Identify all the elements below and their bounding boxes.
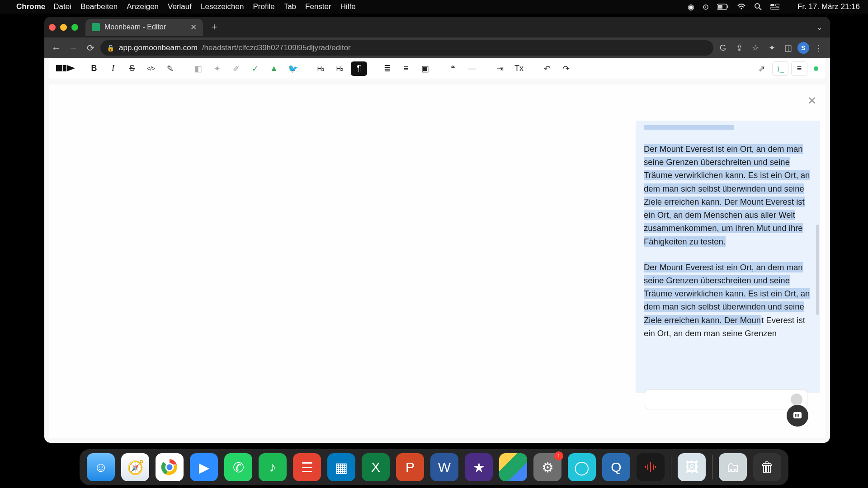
bold-button[interactable]: B [86,61,102,76]
wifi-icon[interactable] [737,3,746,10]
editor-page[interactable]: ✕ Der Mount Everest ist ein Ort, an dem … [49,84,826,438]
redo-button[interactable]: ↷ [558,61,574,76]
menu-hilfe[interactable]: Hilfe [340,2,356,11]
toolbar-menu-button[interactable]: ≡ [791,61,807,76]
window-close-button[interactable] [49,24,56,31]
svg-rect-14 [797,414,797,417]
tab-close-icon[interactable]: ✕ [190,23,197,32]
flame-button[interactable]: ▲ [266,61,282,76]
heading2-button[interactable]: H₂ [332,61,348,76]
indent-button[interactable]: ⇥ [492,61,508,76]
spotlight-icon[interactable] [754,3,762,11]
dock-imovie[interactable]: ★ [465,453,493,481]
dock-word[interactable]: W [430,453,458,481]
menu-lesezeichen[interactable]: Lesezeichen [201,2,244,11]
intercom-chat-button[interactable] [787,405,808,427]
battery-icon[interactable] [717,4,729,10]
ai-button-c[interactable]: ✐ [228,61,244,76]
highlight-button[interactable]: ✎ [162,61,178,76]
side-panel-icon[interactable]: ◫ [781,41,795,55]
panel-scrollbar[interactable] [816,225,819,315]
dock-quicktime[interactable]: Q [602,453,630,481]
nav-forward-button[interactable]: → [66,41,80,55]
panel-divider[interactable] [605,84,605,438]
italic-button[interactable]: I [105,61,121,76]
menu-datei[interactable]: Datei [53,2,71,11]
svg-rect-15 [798,414,799,417]
dock-app-teal[interactable]: ◯ [568,453,596,481]
window-minimize-button[interactable] [60,24,67,31]
ai-button-a[interactable]: ◧ [190,61,206,76]
dock-trello[interactable]: ▦ [327,453,355,481]
strikethrough-button[interactable]: S [124,61,140,76]
code-button[interactable]: </> [143,61,159,76]
generated-paragraph-1[interactable]: Der Mount Everest ist ein Ort, an dem ma… [644,142,817,248]
dock-downloads-folder[interactable]: 🗂 [719,453,747,481]
clear-format-button[interactable]: Tx [511,61,527,76]
dock-separator [712,455,712,479]
new-tab-button[interactable]: + [208,20,221,34]
status-record-icon[interactable]: ◉ [688,2,694,12]
app-name[interactable]: Chrome [16,2,45,11]
terminal-button[interactable]: ⟩_ [772,61,788,76]
blockquote-button[interactable]: ❝ [445,61,461,76]
dock-voice-memos[interactable] [637,453,665,481]
chrome-menu-icon[interactable]: ⋮ [812,41,826,55]
send-button[interactable] [791,394,802,405]
menu-anzeigen[interactable]: Anzeigen [127,2,159,11]
dock-safari[interactable]: 🧭 [121,453,149,481]
control-center-icon[interactable] [770,4,779,10]
clock[interactable]: Fr. 17. März 21:16 [788,2,860,11]
panel-close-icon[interactable]: ✕ [806,94,818,107]
dock-zoom[interactable]: ▶ [190,453,218,481]
ai-button-b[interactable]: ✦ [209,61,225,76]
svg-marker-11 [67,65,75,71]
heading1-button[interactable]: H₁ [313,61,329,76]
status-play-icon[interactable]: ⊙ [703,2,709,12]
chat-input[interactable] [645,389,807,409]
dock-trash[interactable]: 🗑 [753,453,781,481]
moonbeam-logo[interactable] [56,63,75,75]
share-icon[interactable]: ⇪ [732,41,746,55]
url-bar[interactable]: 🔒 app.gomoonbeam.com/headstart/clfczd39h… [100,40,713,56]
menu-fenster[interactable]: Fenster [305,2,331,11]
svg-rect-6 [770,4,774,6]
svg-rect-9 [56,65,62,71]
ordered-list-button[interactable]: ≡ [398,61,414,76]
dock-powerpoint[interactable]: P [396,453,424,481]
dock-spotify[interactable]: ♪ [259,453,287,481]
window-zoom-button[interactable] [71,24,78,31]
menu-bearbeiten[interactable]: Bearbeiten [80,2,118,11]
dock-whatsapp[interactable]: ✆ [224,453,252,481]
dock-google-drive[interactable] [499,453,527,481]
extensions-puzzle-icon[interactable]: ✦ [765,41,778,55]
open-external-button[interactable]: ⇗ [753,61,769,76]
dock-preview[interactable]: 🖼 [678,453,706,481]
dock-excel[interactable]: X [362,453,390,481]
browser-tab[interactable]: Moonbeam - Editor ✕ [85,19,203,36]
svg-point-18 [166,464,173,471]
menu-verlauf[interactable]: Verlauf [168,2,192,11]
dock-chrome[interactable] [156,453,184,481]
image-button[interactable]: ▣ [417,61,433,76]
nav-back-button[interactable]: ← [49,41,63,55]
svg-rect-13 [795,414,796,417]
paragraph-button[interactable]: ¶ [351,61,367,76]
menu-profile[interactable]: Profile [253,2,274,11]
undo-button[interactable]: ↶ [539,61,555,76]
google-account-icon[interactable]: G [716,41,730,55]
nav-reload-button[interactable]: ⟳ [83,41,98,55]
generated-paragraph-2[interactable]: Der Mount Everest ist ein Ort, an dem ma… [644,261,817,340]
menu-tab[interactable]: Tab [284,2,296,11]
bullet-list-button[interactable]: ≣ [379,61,395,76]
profile-avatar[interactable]: S [797,42,809,54]
bookmark-star-icon[interactable]: ☆ [749,41,762,55]
horizontal-rule-button[interactable]: — [464,61,480,76]
tab-favicon [92,23,100,31]
dock-system-settings[interactable]: ⚙1 [533,453,561,481]
grammar-check-button[interactable]: ✓ [247,61,263,76]
twitter-button[interactable]: 🐦 [285,61,301,76]
dock-todoist[interactable]: ☰ [293,453,321,481]
dock-finder[interactable]: ☺ [87,453,115,481]
tab-list-chevron-icon[interactable]: ⌄ [816,22,823,32]
